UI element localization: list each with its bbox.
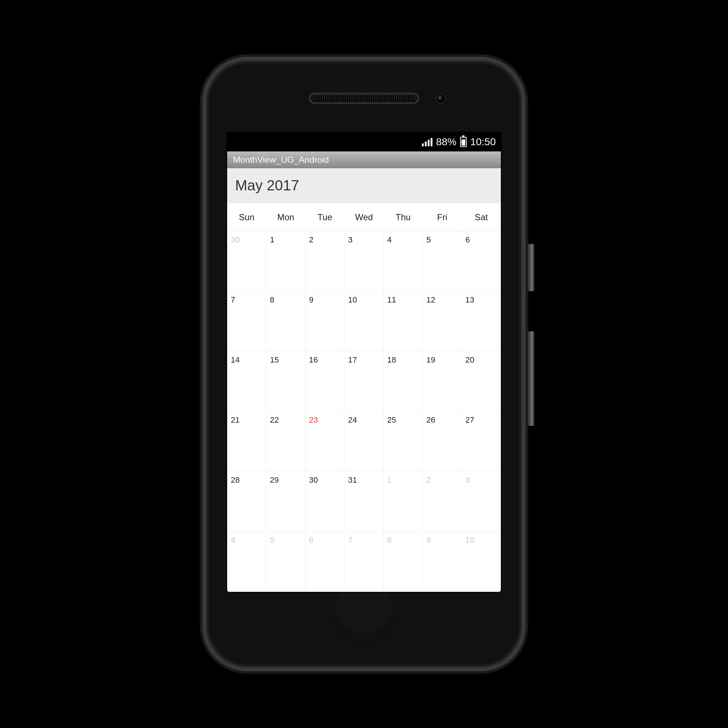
calendar-day-cell[interactable]: 3 [462,472,501,532]
calendar-day-cell[interactable]: 21 [227,412,266,472]
calendar-day-cell[interactable]: 26 [423,412,462,472]
day-number: 9 [426,535,431,544]
calendar-day-cell[interactable]: 9 [423,532,462,592]
clock-label: 10:50 [470,136,496,148]
calendar-day-cell[interactable]: 18 [384,352,423,412]
day-number: 8 [387,535,392,544]
day-number: 3 [466,476,470,485]
dow-fri: Fri [423,203,462,231]
calendar-day-cell[interactable]: 10 [462,532,501,592]
day-number: 13 [466,295,474,304]
day-number: 27 [466,415,474,424]
calendar-day-cell[interactable]: 31 [344,472,383,532]
day-number: 26 [426,415,435,424]
dow-sat: Sat [462,203,501,231]
day-number: 29 [270,476,278,485]
calendar-day-cell[interactable]: 22 [266,412,305,472]
calendar-day-cell[interactable]: 29 [266,472,305,532]
calendar-day-cell[interactable]: 4 [227,532,266,592]
day-number: 25 [387,415,396,424]
day-number: 5 [270,535,274,544]
calendar-day-cell[interactable]: 3 [344,231,383,292]
day-number: 30 [231,235,240,244]
phone-bezel: 88% ⚡ 10:50 MonthView_UG_Android May 201… [205,60,523,668]
day-of-week-row: Sun Mon Tue Wed Thu Fri Sat [227,203,501,231]
day-number: 18 [387,355,396,364]
calendar-day-cell[interactable]: 5 [266,532,305,592]
calendar-day-cell[interactable]: 2 [305,231,344,292]
day-number: 12 [426,295,435,304]
dow-tue: Tue [305,203,344,231]
day-number: 21 [231,415,240,424]
dow-mon: Mon [266,203,305,231]
signal-icon [422,138,433,146]
front-camera [437,95,445,102]
calendar-day-cell[interactable]: 25 [384,412,423,472]
day-number: 6 [466,235,470,244]
calendar-day-cell[interactable]: 5 [423,231,462,292]
dow-thu: Thu [384,203,423,231]
charging-bolt-icon: ⚡ [461,138,466,146]
calendar-day-cell[interactable]: 8 [266,292,305,352]
calendar-day-cell[interactable]: 7 [344,532,383,592]
calendar-day-cell[interactable]: 2 [423,472,462,532]
day-number: 20 [466,355,474,364]
calendar-day-cell[interactable]: 30 [227,231,266,292]
day-number: 23 [309,415,318,424]
calendar-day-cell[interactable]: 15 [266,352,305,412]
calendar-day-cell[interactable]: 6 [462,231,501,292]
volume-down-button[interactable] [528,331,534,426]
calendar-day-cell[interactable]: 4 [384,231,423,292]
status-bar: 88% ⚡ 10:50 [227,133,501,151]
calendar-day-cell[interactable]: 10 [344,292,383,352]
day-number: 7 [348,535,352,544]
calendar-day-cell[interactable]: 1 [266,231,305,292]
battery-percent-label: 88% [436,136,456,148]
screen: 88% ⚡ 10:50 MonthView_UG_Android May 201… [227,133,501,592]
day-number: 6 [309,535,314,544]
calendar-day-cell[interactable]: 16 [305,352,344,412]
day-number: 24 [348,415,357,424]
day-number: 9 [309,295,314,304]
app-title: MonthView_UG_Android [233,155,329,165]
day-number: 5 [426,235,431,244]
calendar-day-cell[interactable]: 8 [384,532,423,592]
calendar-day-cell[interactable]: 27 [462,412,501,472]
day-number: 10 [348,295,357,304]
calendar-day-cell[interactable]: 24 [344,412,383,472]
calendar-day-cell[interactable]: 14 [227,352,266,412]
app-title-bar: MonthView_UG_Android [227,151,501,168]
calendar-day-cell[interactable]: 17 [344,352,383,412]
volume-up-button[interactable] [528,244,534,291]
day-number: 2 [309,235,314,244]
calendar-day-cell[interactable]: 20 [462,352,501,412]
calendar-day-cell[interactable]: 19 [423,352,462,412]
calendar-day-cell[interactable]: 23 [305,412,344,472]
day-number: 28 [231,476,240,485]
month-label: May 2017 [235,177,299,194]
calendar-day-cell[interactable]: 12 [423,292,462,352]
calendar-day-cell[interactable]: 28 [227,472,266,532]
calendar-day-cell[interactable]: 9 [305,292,344,352]
day-number: 3 [348,235,352,244]
phone-frame: 88% ⚡ 10:50 MonthView_UG_Android May 201… [200,55,528,673]
calendar-grid[interactable]: 3012345678910111213141516171819202122232… [227,231,501,592]
day-number: 4 [387,235,392,244]
dow-wed: Wed [344,203,383,231]
day-number: 10 [466,535,474,544]
battery-icon: ⚡ [460,137,466,147]
day-number: 30 [309,476,318,485]
calendar-day-cell[interactable]: 11 [384,292,423,352]
calendar-day-cell[interactable]: 13 [462,292,501,352]
dow-sun: Sun [227,203,266,231]
calendar-day-cell[interactable]: 6 [305,532,344,592]
day-number: 1 [387,476,392,485]
day-number: 17 [348,355,357,364]
day-number: 14 [231,355,240,364]
calendar-day-cell[interactable]: 1 [384,472,423,532]
calendar-day-cell[interactable]: 30 [305,472,344,532]
calendar-day-cell[interactable]: 7 [227,292,266,352]
month-header[interactable]: May 2017 [227,168,501,203]
day-number: 31 [348,476,357,485]
day-number: 15 [270,355,278,364]
